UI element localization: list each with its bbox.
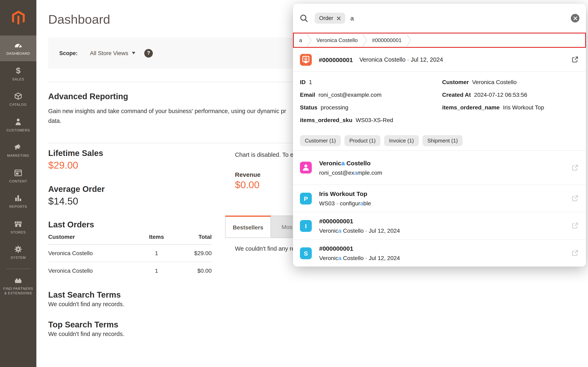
open-invoice-button[interactable] (571, 222, 579, 230)
result-subtitle: WS03 · configurable (319, 200, 371, 207)
result-row-product[interactable]: P Iris Workout Top WS03 · configurable (293, 184, 586, 212)
sidebar-item-label: MARKETING (7, 153, 29, 158)
section-divider (48, 143, 335, 143)
sidebar-item-content[interactable]: CONTENT (0, 163, 36, 189)
sidebar-item-label: DASHBOARD (7, 51, 30, 56)
sidebar-item-catalog[interactable]: CATALOG (0, 87, 36, 112)
col-items: Items (134, 234, 179, 240)
chip-product-count[interactable]: Product (1) (344, 135, 381, 146)
sidebar-item-dashboard[interactable]: DASHBOARD (0, 35, 36, 61)
detail-created-at: Created At2024-07-12 06:53:56 (442, 91, 544, 99)
sidebar-item-marketing[interactable]: MARKETING (0, 138, 36, 163)
result-title: Iris Workout Top (319, 190, 371, 197)
magento-admin-dashboard: DASHBOARD $ SALES CATALOG CUSTOMERS (0, 0, 588, 367)
cell-total: $29.00 (179, 250, 212, 256)
open-shipment-button[interactable] (571, 249, 579, 257)
person-icon (14, 117, 23, 126)
order-receipt-icon (300, 54, 312, 66)
col-customer: Customer (48, 234, 134, 240)
global-search-panel: Order a Veronica Costello #000000001 (293, 4, 586, 267)
last-orders-title: Last Orders (48, 220, 94, 229)
no-records-text: We couldn't find any records. (48, 331, 124, 337)
sidebar-item-label: REPORTS (9, 205, 27, 209)
cell-items: 1 (134, 267, 179, 274)
result-title: #000000001 (319, 217, 400, 225)
cell-customer: Veronica Costello (48, 250, 134, 256)
x-circle-icon (573, 16, 577, 20)
clear-search-button[interactable] (571, 14, 579, 23)
chevron-right-icon (307, 33, 312, 47)
magento-logo-icon (10, 10, 26, 26)
filter-chip-order[interactable]: Order (315, 13, 345, 24)
result-row-customer[interactable]: Veronica Costello roni_cost@example.com (293, 151, 586, 184)
external-link-icon (571, 222, 579, 230)
scope-label: Scope: (59, 50, 78, 56)
cell-customer: Veronica Costello (48, 267, 134, 274)
table-row[interactable]: Veronica Costello 1 $29.00 (48, 244, 212, 262)
sidebar-item-customers[interactable]: CUSTOMERS (0, 112, 36, 138)
chip-shipment-count[interactable]: Shipment (1) (423, 135, 463, 146)
sidebar-divider (6, 268, 30, 269)
cell-items: 1 (134, 250, 179, 256)
search-bar: Order (293, 4, 586, 33)
result-subtitle: Veronica Costello · Jul 12, 2024 (319, 255, 400, 261)
detail-items-ordered-name: items_ordered_nameIris Workout Top (442, 103, 544, 111)
bar-chart-icon (14, 193, 23, 203)
last-search-title: Last Search Terms (48, 290, 121, 300)
help-icon[interactable]: ? (144, 49, 153, 57)
sidebar-item-label: STORES (11, 230, 26, 234)
external-link-icon (571, 249, 579, 257)
search-highlight: a (354, 169, 358, 176)
details-right-column: CustomerVeronica Costello Created At2024… (442, 78, 544, 111)
dollar-icon: $ (16, 66, 20, 75)
chip-remove-icon[interactable] (336, 16, 341, 20)
search-highlight: a (338, 255, 341, 261)
breadcrumb-order[interactable]: #000000001 (372, 37, 402, 43)
tab-label: Mos (281, 224, 292, 230)
chip-invoice-count[interactable]: Invoice (1) (384, 135, 419, 146)
search-input[interactable] (349, 14, 571, 22)
breadcrumb-customer[interactable]: Veronica Costello (316, 37, 358, 43)
sidebar-item-system[interactable]: SYSTEM (0, 240, 36, 265)
revenue-value: $0.00 (235, 179, 259, 191)
table-row[interactable]: Veronica Costello 1 $0.00 (48, 262, 212, 279)
section-divider (48, 82, 335, 82)
order-result-header[interactable]: #000000001 Veronica Costello · Jul 12, 2… (293, 48, 586, 71)
result-row-invoice[interactable]: I #000000001 Veronica Costello · Jul 12,… (293, 212, 586, 239)
open-order-button[interactable] (571, 56, 579, 64)
col-total: Total (179, 234, 212, 240)
search-highlight: a (360, 200, 364, 207)
breadcrumb-query[interactable]: a (299, 37, 302, 43)
result-subtitle: Veronica Costello · Jul 12, 2024 (319, 227, 400, 234)
store-view-selector[interactable]: All Store Views (90, 50, 135, 56)
sidebar-item-label: CONTENT (9, 179, 27, 184)
top-search-title: Top Search Terms (48, 320, 118, 329)
external-link-icon (571, 164, 579, 172)
chevron-down-icon (132, 52, 135, 54)
sidebar-item-sales[interactable]: $ SALES (0, 61, 36, 87)
advanced-reporting-desc-line1: Gain new insights and take command of yo… (48, 108, 286, 114)
table-header: Customer Items Total (48, 234, 212, 244)
sidebar-item-find-partners[interactable]: FIND PARTNERS& EXTENSIONS (0, 271, 36, 300)
suggestion-breadcrumb: a Veronica Costello #000000001 (293, 33, 586, 48)
open-product-button[interactable] (571, 194, 579, 202)
result-title: Veronica Costello (319, 159, 382, 166)
search-icon[interactable] (299, 14, 308, 23)
chip-customer-count[interactable]: Customer (1) (300, 135, 341, 146)
magento-logo[interactable] (0, 0, 36, 35)
result-filter-chips: Customer (1) Product (1) Invoice (1) Shi… (293, 131, 586, 150)
result-subtitle: roni_cost@example.com (319, 169, 382, 176)
sidebar-nav: DASHBOARD $ SALES CATALOG CUSTOMERS (0, 35, 36, 300)
cell-total: $0.00 (179, 267, 212, 274)
sidebar-item-label: SALES (12, 77, 24, 82)
tab-bestsellers[interactable]: Bestsellers (225, 216, 271, 238)
lego-brick-icon (14, 275, 23, 285)
sidebar-item-reports[interactable]: REPORTS (0, 189, 36, 214)
sidebar-item-stores[interactable]: STORES (0, 214, 36, 240)
result-row-shipment[interactable]: S #000000001 Veronica Costello · Jul 12,… (293, 239, 586, 267)
page-title: Dashboard (48, 12, 110, 27)
external-link-icon (571, 194, 579, 202)
open-customer-button[interactable] (571, 164, 579, 172)
sidebar-item-label: CUSTOMERS (6, 128, 30, 133)
tab-label: Bestsellers (233, 224, 263, 230)
